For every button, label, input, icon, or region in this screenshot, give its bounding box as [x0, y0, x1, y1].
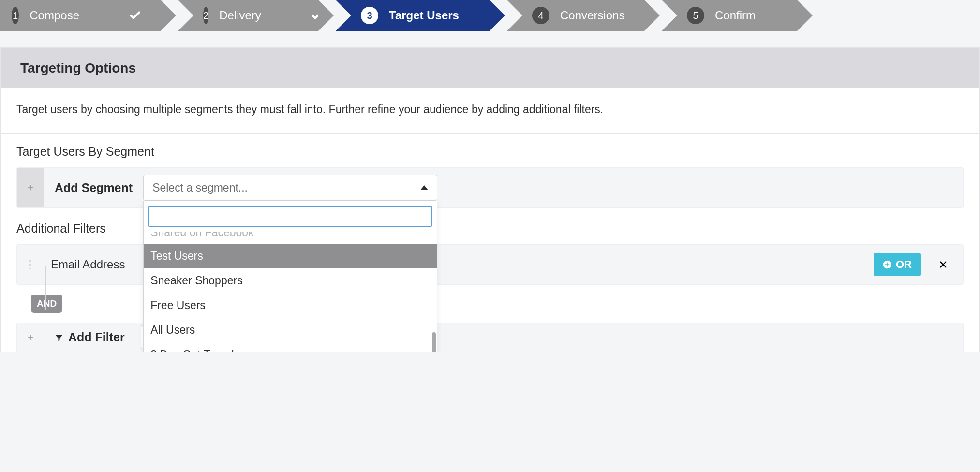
step-confirm[interactable]: 5 Confirm	[662, 0, 797, 31]
dropdown-option[interactable]: Shared on Facebook	[144, 232, 437, 244]
add-segment-plus-button[interactable]	[17, 168, 44, 207]
step-label: Conversions	[560, 9, 624, 22]
segment-section: Target Users By Segment Add Segment Sele…	[1, 134, 979, 352]
dropdown-list[interactable]: Shared on Facebook Test Users Sneaker Sh…	[144, 232, 437, 352]
dropdown-option[interactable]: 2 Day Out Travelers	[144, 342, 437, 352]
add-or-button[interactable]: OR	[874, 253, 921, 276]
step-number: 5	[687, 7, 704, 24]
add-segment-row: Add Segment Select a segment... Shared o…	[16, 167, 964, 208]
check-icon	[272, 9, 325, 22]
segment-dropdown-button[interactable]: Select a segment...	[143, 175, 437, 201]
connector-line	[45, 266, 46, 310]
step-number: 2	[203, 7, 208, 24]
and-operator-badge: AND	[31, 295, 62, 313]
step-label: Compose	[30, 9, 79, 22]
step-compose[interactable]: 1 Compose	[0, 0, 161, 31]
dropdown-option[interactable]: Sneaker Shoppers	[144, 268, 437, 293]
step-target-users[interactable]: 3 Target Users	[336, 0, 490, 31]
dropdown-placeholder: Select a segment...	[152, 181, 248, 194]
dropdown-search-wrap	[144, 201, 437, 232]
add-filter-label: Add Filter	[44, 330, 141, 344]
step-label: Target Users	[389, 9, 459, 22]
add-segment-label: Add Segment	[44, 181, 143, 195]
caret-up-icon	[420, 185, 428, 190]
segment-section-title: Target Users By Segment	[16, 145, 964, 159]
step-conversions[interactable]: 4 Conversions	[507, 0, 644, 31]
step-number: 1	[12, 7, 19, 24]
step-label: Confirm	[715, 9, 756, 22]
add-filter-text: Add Filter	[68, 330, 125, 344]
segment-search-input[interactable]	[148, 206, 432, 227]
step-number: 3	[361, 7, 378, 24]
filter-field-label: Email Address	[44, 258, 138, 271]
panel-description: Target users by choosing multiple segmen…	[1, 88, 979, 134]
dropdown-option[interactable]: All Users	[144, 318, 437, 342]
drag-handle-icon[interactable]: ⋮	[17, 245, 44, 284]
step-delivery[interactable]: 2 Delivery	[178, 0, 318, 31]
step-number: 4	[532, 7, 549, 24]
funnel-icon	[55, 333, 63, 342]
segment-dropdown-panel: Shared on Facebook Test Users Sneaker Sh…	[143, 201, 437, 352]
remove-filter-button[interactable]	[921, 259, 963, 270]
dropdown-scrollbar[interactable]	[432, 332, 436, 352]
dropdown-option[interactable]: Free Users	[144, 293, 437, 318]
step-label: Delivery	[219, 9, 261, 22]
targeting-options-panel: Targeting Options Target users by choosi…	[0, 47, 980, 352]
panel-title: Targeting Options	[20, 60, 960, 76]
plus-circle-icon	[882, 260, 892, 269]
dropdown-option[interactable]: Test Users	[144, 244, 437, 268]
close-icon	[938, 259, 949, 270]
segment-dropdown: Select a segment... Shared on Facebook T…	[143, 175, 437, 201]
or-button-label: OR	[896, 258, 912, 271]
check-icon	[90, 9, 143, 22]
panel-header: Targeting Options	[1, 48, 979, 88]
wizard-stepper: 1 Compose 2 Delivery 3 Target Users 4 Co…	[0, 0, 980, 31]
add-filter-plus-button[interactable]	[17, 323, 44, 352]
